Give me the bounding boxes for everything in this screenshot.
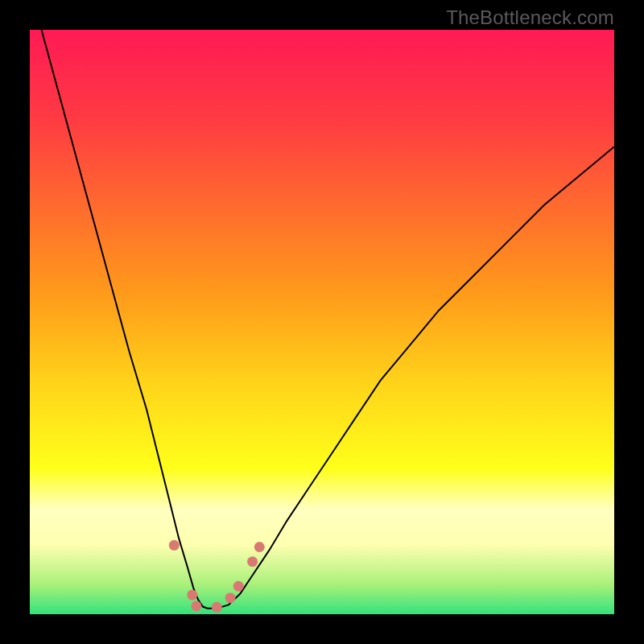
marker-right-lower-b xyxy=(233,581,244,592)
marker-trough-right xyxy=(212,602,222,613)
chart-background xyxy=(30,30,614,614)
marker-right-upper-a xyxy=(247,556,258,567)
marker-right-lower-a xyxy=(225,592,236,603)
chart-frame: TheBottleneck.com xyxy=(0,0,644,644)
marker-trough-left xyxy=(191,601,201,611)
chart-plot xyxy=(30,30,614,614)
marker-left xyxy=(169,540,180,551)
marker-right-upper-b xyxy=(254,542,265,552)
watermark-text: TheBottleneck.com xyxy=(446,6,614,29)
marker-left-lower xyxy=(187,590,197,601)
